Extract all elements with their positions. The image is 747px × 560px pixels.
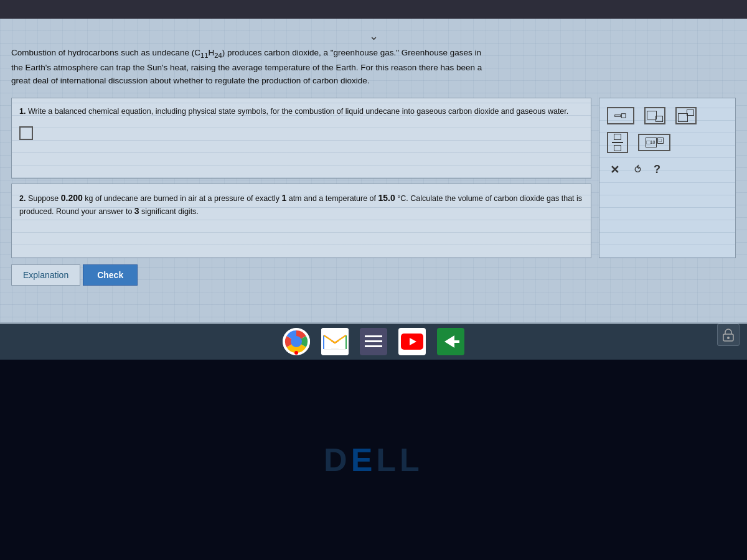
question-1-text: 1. Write a balanced chemical equation, i… [19,106,583,118]
svg-point-6 [294,351,298,355]
questions-container: 1. Write a balanced chemical equation, i… [11,98,736,258]
bottom-button-row: Explanation Check [11,264,736,286]
svg-rect-9 [365,340,382,342]
menu-icon [365,333,382,350]
chrome-icon [283,328,310,355]
chrome-taskbar-icon[interactable] [283,328,310,355]
page-content: ⌄ Combustion of hydrocarbons such as und… [0,19,747,342]
subscript-button[interactable] [644,107,665,124]
chevron-row: ⌄ [11,30,736,42]
gmail-taskbar-icon[interactable] [321,328,349,355]
intro-paragraph: Combustion of hydrocarbons such as undec… [11,46,736,88]
svg-rect-10 [365,345,382,347]
answer-1-input-area [19,126,583,140]
taskbar [0,324,747,360]
question-1-box: 1. Write a balanced chemical equation, i… [11,98,591,179]
fraction-button[interactable] [607,132,628,153]
lock-screen-icon[interactable] [717,324,740,346]
question-2-box: 2. Suppose 0.200 kg of undecane are burn… [11,184,591,258]
gmail-icon [321,328,349,355]
toolbar-row-2: □10 □ [607,132,728,153]
svg-rect-1 [621,114,626,118]
svg-rect-0 [615,115,621,117]
svg-rect-8 [365,335,382,337]
browser-top-bar [0,0,747,19]
explanation-button[interactable]: Explanation [11,264,80,286]
x10-button[interactable]: □10 □ [638,134,670,151]
menu-taskbar-icon[interactable] [360,328,387,355]
arrow-right-icon [614,110,627,121]
svg-point-5 [291,336,302,347]
svg-marker-13 [444,335,459,348]
toolbar-row-1 [607,107,728,124]
arrow-app-taskbar-icon[interactable] [437,328,464,355]
answer-1-box[interactable] [19,126,33,140]
svg-point-15 [727,337,730,339]
youtube-taskbar-icon[interactable] [398,328,426,355]
lock-icon [722,328,735,342]
arrow-button[interactable] [607,107,634,124]
math-toolbar: □10 □ ✕ ⥀ ? [599,98,736,258]
chevron-down-icon[interactable]: ⌄ [364,30,383,42]
superscript-button[interactable] [675,107,697,124]
arrow-app-icon [442,333,459,350]
desktop-area: DELL [0,360,747,560]
question-2-text: 2. Suppose 0.200 kg of undecane are burn… [19,192,583,218]
youtube-icon [401,334,423,350]
check-button[interactable]: Check [83,264,138,286]
toolbar-row-3: ✕ ⥀ ? [607,161,728,177]
clear-button[interactable]: ✕ [607,163,622,177]
help-button[interactable]: ? [654,163,660,176]
undo-button[interactable]: ⥀ [634,164,641,175]
dell-logo: DELL [324,441,423,478]
